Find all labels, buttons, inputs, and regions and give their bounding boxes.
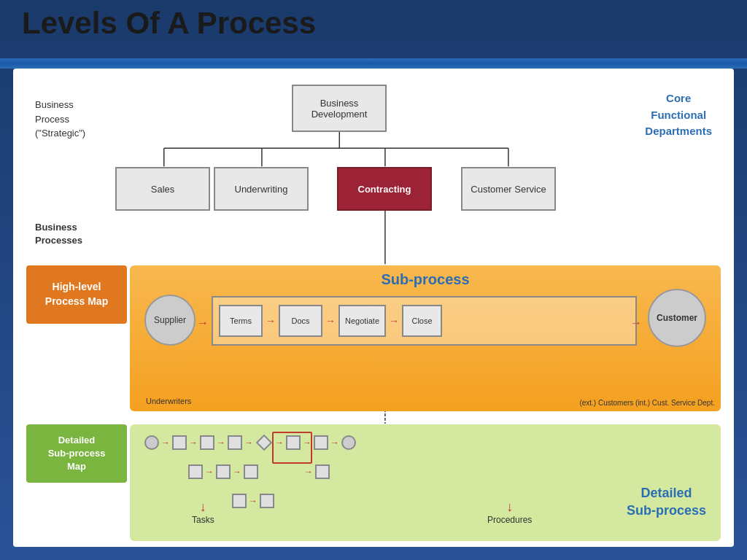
tasks-area: ↓ Tasks	[192, 499, 214, 525]
procedures-label: Procedures	[487, 515, 532, 525]
underwriters-label: Underwriters	[146, 397, 191, 405]
slide-title: Levels Of A Process	[22, 6, 725, 41]
subprocess-title: Sub-process	[130, 265, 721, 288]
close-box: Close	[402, 305, 442, 337]
supplier-circle: Supplier	[144, 295, 196, 346]
detailed-label-box: Detailed Sub-process Map	[26, 424, 127, 483]
d-arrow7: →	[330, 438, 339, 448]
d-diamond	[256, 435, 273, 451]
arrow3: →	[389, 315, 399, 327]
title-area: Levels Of A Process	[22, 6, 725, 41]
customer-ext-label: (ext.) Customers (int.) Cust. Service De…	[579, 398, 715, 408]
slide-container: Levels Of A Process Business Process (	[0, 0, 747, 560]
customer-service-box: Customer Service	[461, 167, 556, 211]
d3-sq2	[260, 494, 274, 508]
d2-arrow3: →	[304, 467, 313, 477]
customer-circle: Customer	[648, 289, 706, 347]
contracting-box: Contracting	[337, 167, 432, 211]
d2-sq1	[188, 464, 203, 479]
inner-flow-box: Terms → Docs → Negotiate → Close	[212, 296, 637, 346]
arrow-to-customer: →	[630, 316, 642, 330]
detailed-area: → → → → → → → →	[130, 424, 721, 541]
detail-row1: → → → → → → →	[144, 435, 356, 450]
tasks-label: Tasks	[192, 515, 214, 525]
d-arrow5: →	[275, 438, 284, 448]
d-sq1	[172, 435, 187, 450]
business-development-box: Business Development	[292, 85, 387, 132]
d2-sq4	[315, 464, 330, 479]
detail-row2: → → →	[188, 464, 330, 479]
d-sq2	[200, 435, 214, 450]
arrow1: →	[266, 315, 276, 327]
label-strategic: Business Process ("Strategic")	[35, 98, 85, 141]
d-arrow6: →	[303, 438, 311, 448]
label-bp: Business Processes	[35, 221, 85, 247]
d-sq4	[286, 435, 301, 450]
subprocess-area: Sub-process Supplier → Terms → Docs	[130, 265, 721, 411]
detailed-subtitle: Detailed Sub-process	[627, 485, 706, 519]
d-arrow4: →	[244, 438, 253, 448]
d-arrow2: →	[189, 438, 198, 448]
sales-box: Sales	[115, 167, 210, 211]
d-sq3	[228, 435, 242, 450]
d3-sq1	[232, 494, 247, 508]
procedures-arrow-icon: ↓	[487, 499, 532, 515]
terms-box: Terms	[219, 305, 263, 337]
highlevel-label: High-level Process Map	[26, 265, 127, 324]
docs-box: Docs	[279, 305, 322, 337]
arrow-supplier: →	[197, 316, 209, 330]
top-bar	[0, 58, 747, 69]
d-circle2	[341, 435, 356, 450]
d2-arrow1: →	[205, 467, 214, 477]
d-arrow1: →	[161, 438, 170, 448]
negotiate-box: Negotiate	[338, 305, 386, 337]
detail-row3: →	[232, 494, 274, 508]
d-circle1	[144, 435, 159, 450]
d-sq5	[314, 435, 328, 450]
arrow2: →	[325, 315, 336, 327]
d2-arrow2: →	[233, 467, 241, 477]
d-arrow3: →	[217, 438, 225, 448]
tasks-arrow-icon: ↓	[192, 499, 214, 515]
left-labels: Business Process ("Strategic") Business …	[35, 98, 85, 247]
d2-sq3	[244, 464, 258, 479]
underwriting-box: Underwriting	[214, 167, 309, 211]
content-area: Business Process ("Strategic") Business …	[13, 69, 734, 547]
d2-sq2	[216, 464, 231, 479]
core-dept-label: CoreFunctionalDepartments	[645, 90, 712, 140]
procedures-area: ↓ Procedures	[487, 499, 532, 525]
d3-arrow1: →	[249, 496, 258, 506]
